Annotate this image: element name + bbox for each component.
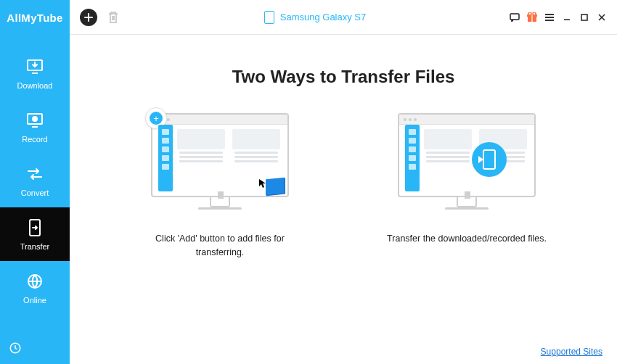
sidebar-item-label: Online xyxy=(23,296,46,305)
online-icon xyxy=(25,271,45,291)
trash-button[interactable] xyxy=(106,9,120,25)
option-caption: Transfer the downloaded/recorded files. xyxy=(387,232,547,246)
sidebar-item-transfer[interactable]: Transfer xyxy=(0,207,70,261)
sidebar-item-label: Record xyxy=(22,135,47,144)
device-name: Samsung Galaxy S7 xyxy=(280,12,367,22)
download-icon xyxy=(25,57,45,77)
sidebar-nav: Download Record Convert Transfer xyxy=(0,35,70,335)
topbar-left xyxy=(80,9,120,26)
sidebar-item-label: Download xyxy=(17,81,53,90)
topbar: Samsung Galaxy S7 xyxy=(70,0,617,35)
menu-icon[interactable] xyxy=(544,12,555,22)
sidebar-item-label: Convert xyxy=(21,189,49,197)
main-area: Samsung Galaxy S7 Two Ways to Transfer F… xyxy=(70,0,617,364)
monitor-illustration xyxy=(394,113,539,215)
add-button[interactable] xyxy=(80,9,97,26)
device-indicator[interactable]: Samsung Galaxy S7 xyxy=(120,11,510,24)
sidebar: AllMyTube Download Record Convert xyxy=(0,0,70,364)
monitor-illustration: + xyxy=(147,113,293,215)
transfer-icon xyxy=(25,218,45,238)
svg-point-13 xyxy=(533,12,536,15)
sidebar-item-convert[interactable]: Convert xyxy=(0,154,70,207)
svg-point-3 xyxy=(33,117,37,121)
maximize-button[interactable] xyxy=(579,12,589,22)
clock-icon[interactable] xyxy=(9,342,22,357)
sidebar-item-label: Transfer xyxy=(20,242,50,251)
feedback-icon[interactable] xyxy=(510,12,520,22)
close-button[interactable] xyxy=(597,12,607,22)
app-brand: AllMyTube xyxy=(0,0,70,35)
brand-text: AllMyTube xyxy=(7,12,62,24)
sidebar-item-download[interactable]: Download xyxy=(0,46,70,100)
svg-rect-15 xyxy=(581,15,587,20)
sidebar-item-online[interactable]: Online xyxy=(0,261,70,315)
transfer-to-phone-icon xyxy=(472,142,507,177)
window-controls xyxy=(510,12,607,22)
option-add-files[interactable]: + Click 'Add' button to add fil xyxy=(140,113,300,260)
record-icon xyxy=(25,110,45,131)
phone-icon xyxy=(264,11,274,24)
svg-point-12 xyxy=(528,12,531,15)
option-transfer-downloaded[interactable]: Transfer the downloaded/recorded files. xyxy=(387,113,547,260)
convert-icon xyxy=(25,164,45,184)
cursor-icon xyxy=(258,178,269,189)
sidebar-item-record[interactable]: Record xyxy=(0,100,70,154)
gift-icon[interactable] xyxy=(527,12,537,22)
sidebar-footer xyxy=(0,335,70,364)
option-caption: Click 'Add' button to add files for tran… xyxy=(140,232,300,260)
minimize-button[interactable] xyxy=(562,12,572,22)
content: Two Ways to Transfer Files + xyxy=(70,35,617,364)
supported-sites-link[interactable]: Supported Sites xyxy=(541,347,602,357)
svg-rect-8 xyxy=(510,14,519,20)
svg-rect-11 xyxy=(531,15,533,22)
transfer-options: + Click 'Add' button to add fil xyxy=(99,113,588,260)
page-heading: Two Ways to Transfer Files xyxy=(99,67,588,87)
